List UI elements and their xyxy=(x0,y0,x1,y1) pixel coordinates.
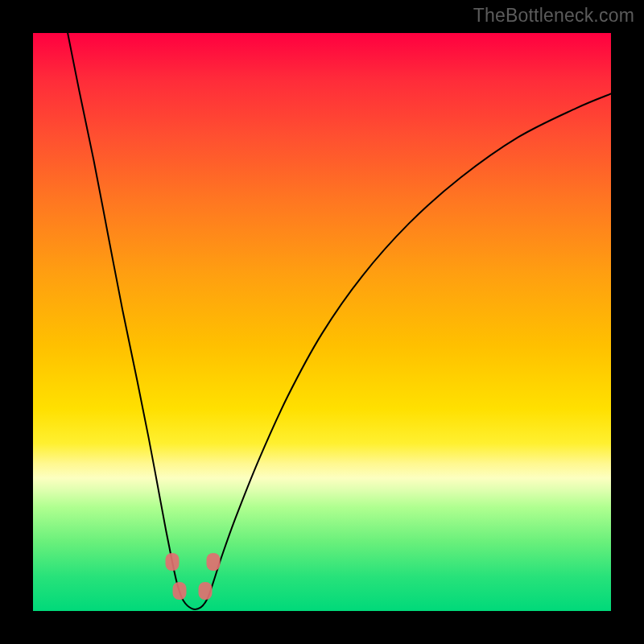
watermark-text: TheBottleneck.com xyxy=(473,5,634,27)
curve-marker xyxy=(166,553,180,571)
bottleneck-curve xyxy=(33,33,611,611)
chart-frame: TheBottleneck.com xyxy=(0,0,644,644)
curve-marker xyxy=(198,582,212,600)
curve-marker xyxy=(207,553,221,571)
curve-marker xyxy=(172,582,186,600)
chart-plot-area xyxy=(33,33,611,611)
